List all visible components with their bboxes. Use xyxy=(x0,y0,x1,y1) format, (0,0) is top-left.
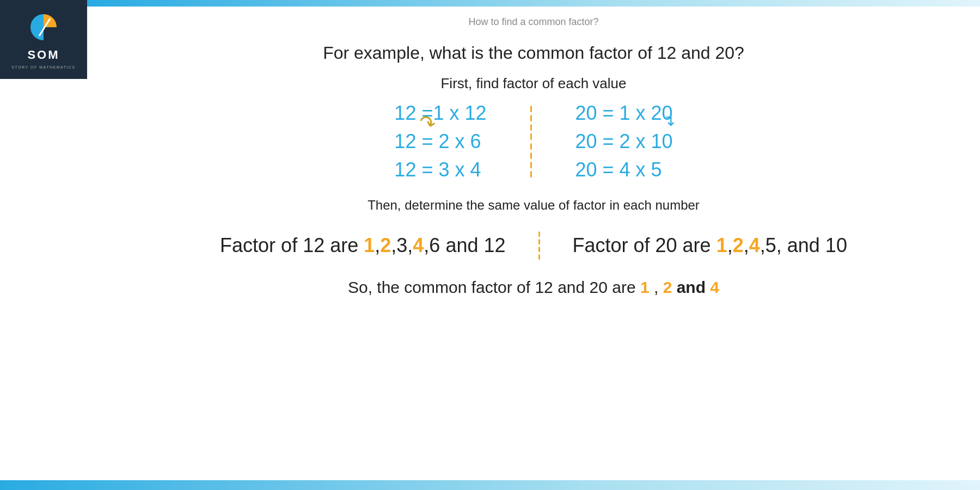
conclusion: So, the common factor of 12 and 20 are 1… xyxy=(348,278,719,297)
dash-6 xyxy=(530,152,532,159)
factor-12-row-1: 12 =1 x 12 xyxy=(394,102,486,125)
factor-list-12: Factor of 12 are 1,2,3,4,6 and 12 xyxy=(220,234,505,257)
page-title: How to find a common factor? xyxy=(468,16,598,28)
factor-20-row-1: 20 = 1 x 20 xyxy=(575,102,673,125)
determine-label: Then, determine the same value of factor… xyxy=(367,198,700,213)
factor-20-highlight-4: 4 xyxy=(749,234,760,256)
conclusion-and: and xyxy=(677,278,706,296)
arrow-right-icon: ↴ xyxy=(663,112,675,130)
dash-3 xyxy=(530,124,532,131)
intro-question: For example, what is the common factor o… xyxy=(323,43,744,63)
factor-12-highlight-4: 4 xyxy=(413,234,424,256)
factors-left: 12 =1 x 12 12 = 2 x 6 12 = 3 x 4 xyxy=(394,102,486,181)
factor-12-highlight-1: 1 xyxy=(364,234,375,256)
mini-dash-4 xyxy=(538,254,540,260)
factor-12-row-3: 12 = 3 x 4 xyxy=(394,158,481,181)
dash-2 xyxy=(530,115,532,121)
dash-4 xyxy=(530,133,532,140)
dash-8 xyxy=(530,171,532,177)
factor-20-highlight-2: 2 xyxy=(733,234,744,256)
conclusion-val-1: 1 xyxy=(640,278,650,296)
factor-12-highlight-2: 2 xyxy=(380,234,391,256)
som-logo-icon xyxy=(26,10,61,45)
conclusion-sep-1: , xyxy=(654,278,658,296)
mini-dash-2 xyxy=(538,239,540,244)
mini-divider xyxy=(538,229,540,262)
factor-20-row-2: 20 = 2 x 10 xyxy=(575,130,673,153)
factor-lists-row: Factor of 12 are 1,2,3,4,6 and 12 Factor… xyxy=(180,229,887,262)
dash-7 xyxy=(530,162,532,168)
logo-subtext: STORY OF MATHEMATICS xyxy=(11,65,75,69)
logo-area: SOM STORY OF MATHEMATICS xyxy=(0,0,87,79)
conclusion-val-3: 4 xyxy=(710,278,719,296)
factors-right: 20 = 1 x 20 20 = 2 x 10 20 = 4 x 5 xyxy=(575,102,673,181)
factor-12-row-2: 12 = 2 x 6 xyxy=(394,130,481,153)
conclusion-val-2: 2 xyxy=(663,278,672,296)
mini-dash-1 xyxy=(538,231,540,237)
top-stripe xyxy=(87,0,980,7)
factor-20-row-3: 20 = 4 x 5 xyxy=(575,158,662,181)
logo-text: SOM xyxy=(27,48,59,62)
main-content: How to find a common factor? For example… xyxy=(87,7,980,480)
vertical-divider xyxy=(530,103,532,180)
find-factors-label: First, find factor of each value xyxy=(440,75,626,92)
bottom-stripe xyxy=(0,480,980,490)
mini-dash-3 xyxy=(538,247,540,252)
dash-5 xyxy=(530,143,532,150)
factors-container: ↷ 12 =1 x 12 12 = 2 x 6 12 = 3 x 4 ↴ 20 … xyxy=(289,102,779,181)
factor-list-20: Factor of 20 are 1,2,4,5, and 10 xyxy=(573,234,847,257)
dash-1 xyxy=(530,106,532,112)
factor-20-highlight-1: 1 xyxy=(716,234,727,256)
